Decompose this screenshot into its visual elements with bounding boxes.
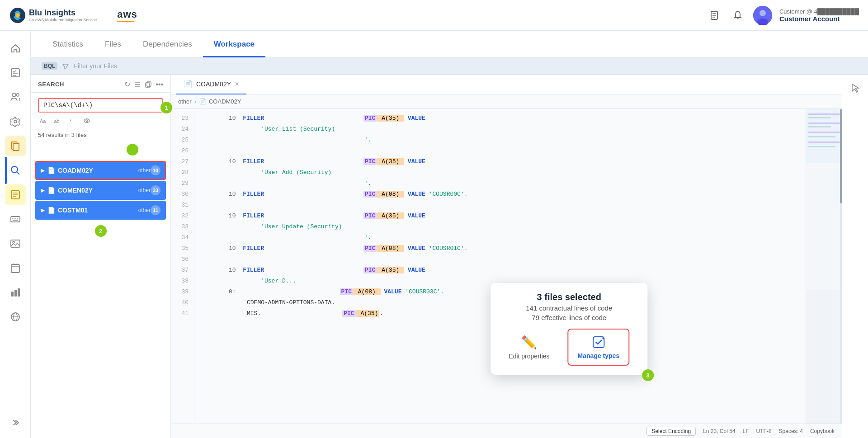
editor-tabs: 📄 COADM02Y ✕	[171, 75, 842, 94]
line-num-35: 35	[171, 243, 194, 254]
right-tools	[842, 75, 868, 438]
tab-workspace[interactable]: Workspace	[203, 40, 265, 57]
sidebar-item-globe[interactable]	[5, 306, 26, 327]
file-name-2: COSTM01	[58, 207, 138, 214]
code-line-28: 'User Add (Security)	[202, 167, 798, 178]
users-icon	[10, 92, 21, 103]
sidebar-item-files[interactable]	[5, 136, 26, 156]
status-encoding: UTF-8	[756, 428, 772, 434]
sidebar-item-gallery[interactable]	[5, 233, 26, 254]
sidebar-item-chart[interactable]	[5, 282, 26, 303]
match-case-btn[interactable]: Aa	[38, 118, 47, 125]
tab-dependencies[interactable]: Dependencies	[132, 40, 203, 57]
document-icon-button[interactable]	[706, 7, 722, 24]
breadcrumb-file: COADM02Y	[209, 98, 241, 105]
file-item-0[interactable]: ▶ 📄 COADM02Y other 10	[35, 161, 166, 180]
sidebar-item-keyboard[interactable]	[5, 209, 26, 230]
line-num-33: 33	[171, 221, 194, 232]
line-num-36: 36	[171, 254, 194, 264]
status-position: Ln 23, Col 54	[703, 428, 735, 434]
select-encoding-button[interactable]: Select Encoding	[646, 427, 696, 436]
status-line-ending: LF	[743, 428, 749, 434]
breadcrumb-icon: 📄	[199, 98, 206, 105]
gallery-icon	[10, 238, 21, 249]
file-item-1[interactable]: ▶ 📄 COMEN02Y other 33	[35, 181, 166, 200]
file-item-2[interactable]: ▶ 📄 COSTM01 other 11	[35, 201, 166, 220]
logo-icon	[9, 7, 26, 24]
tab-files[interactable]: Files	[94, 40, 132, 57]
bell-icon-button[interactable]	[730, 7, 746, 24]
line-num-27: 27	[171, 156, 194, 167]
file-expand-0[interactable]: ▶	[41, 167, 45, 174]
svg-rect-31	[11, 264, 19, 273]
svg-point-13	[16, 94, 19, 96]
refresh-icon[interactable]: ↻	[124, 80, 130, 89]
file-count-1: 33	[151, 185, 160, 195]
file-type-0: other	[138, 167, 151, 174]
sidebar-item-tasks[interactable]	[5, 62, 26, 83]
svg-point-30	[13, 241, 14, 243]
expand-icon[interactable]	[145, 81, 152, 88]
match-word-btn[interactable]: ab	[52, 118, 61, 125]
file-type-2: other	[138, 207, 151, 213]
file-doc-icon-0: 📄	[47, 167, 55, 174]
line-num-29: 29	[171, 178, 194, 188]
chevron-right-icon	[11, 419, 19, 427]
line-num-26: 26	[171, 145, 194, 156]
eye-btn[interactable]	[81, 116, 92, 126]
code-content[interactable]: 10 FILLER PIC A(35) VALUE 'User List (Se…	[194, 109, 806, 424]
header-right: Customer @ 4██████████ Customer Account	[706, 6, 859, 25]
minimap-content	[806, 109, 842, 290]
sidebar-item-calendar[interactable]	[5, 258, 26, 278]
file-count-2: 11	[151, 205, 160, 215]
sidebar-item-settings[interactable]	[5, 111, 26, 132]
sidebar-item-notes[interactable]	[5, 184, 26, 205]
line-numbers: 23 24 25 26 27 28 29 30 31 32 33 34 35 3…	[171, 109, 194, 424]
user-account-label: Customer Account	[779, 15, 859, 23]
regex-btn[interactable]: .*	[66, 116, 77, 126]
status-bar: Select Encoding Ln 23, Col 54 LF UTF-8 S…	[171, 424, 842, 438]
code-editor: 23 24 25 26 27 28 29 30 31 32 33 34 35 3…	[171, 109, 842, 424]
manage-types-action[interactable]: Manage types	[568, 329, 630, 366]
svg-line-18	[17, 172, 19, 175]
line-num-24: 24	[171, 123, 194, 134]
header: Blu Insights An AWS Mainframe Migration …	[0, 0, 868, 31]
file-doc-icon-1: 📄	[47, 187, 55, 194]
minimap-scrollbar-thumb[interactable]	[840, 109, 842, 203]
regex-icon: .*	[68, 117, 75, 124]
more-icon[interactable]: •••	[156, 80, 163, 89]
list-icon[interactable]	[134, 81, 141, 88]
file-doc-icon-2: 📄	[47, 207, 55, 214]
search-toolbar-icons: ↻ •••	[124, 80, 163, 89]
svg-point-47	[84, 119, 90, 122]
chart-icon	[10, 287, 21, 298]
sidebar-expand-button[interactable]	[5, 414, 26, 431]
search-label: SEARCH	[38, 81, 64, 88]
tab-close-icon[interactable]: ✕	[235, 81, 239, 87]
sidebar-item-users[interactable]	[5, 87, 26, 108]
sidebar-item-home[interactable]	[5, 38, 26, 59]
line-num-38: 38	[171, 275, 194, 286]
sidebar-item-search[interactable]	[5, 160, 26, 181]
filter-icon	[62, 62, 69, 70]
breadcrumb-separator: ›	[194, 98, 196, 105]
status-spaces: Spaces: 4	[779, 428, 803, 434]
svg-point-1	[15, 13, 20, 18]
editor-tab-coadm02y[interactable]: 📄 COADM02Y ✕	[176, 75, 246, 94]
code-line-27: 10 FILLER PIC A(35) VALUE	[202, 156, 798, 167]
line-num-34: 34	[171, 232, 194, 243]
search-input[interactable]	[43, 102, 158, 109]
file-type-1: other	[138, 187, 151, 193]
edit-properties-action[interactable]: ✏️ Edit properties	[509, 335, 549, 360]
tab-statistics[interactable]: Statistics	[42, 40, 94, 57]
tab-bar: Statistics Files Dependencies Workspace	[31, 31, 868, 58]
annotation-2-badge: 2	[95, 225, 107, 237]
svg-rect-58	[806, 109, 842, 163]
right-tool-pointer[interactable]	[847, 80, 863, 96]
file-expand-2[interactable]: ▶	[41, 207, 45, 213]
popup-actions: ✏️ Edit properties Manage types	[509, 329, 629, 366]
left-panel: 1 SEARCH ↻	[31, 75, 171, 438]
code-line-35: 10 FILLER PIC A(08) VALUE 'COUSR01C'.	[202, 243, 798, 254]
editor-breadcrumb: other › 📄 COADM02Y	[171, 94, 842, 109]
file-expand-1[interactable]: ▶	[41, 187, 45, 193]
